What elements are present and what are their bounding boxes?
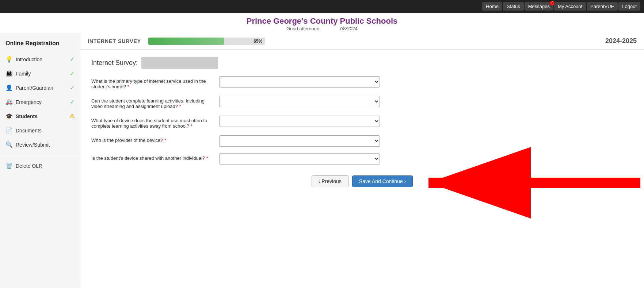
sidebar-item-introduction[interactable]: 💡 Introduction ✓ xyxy=(0,52,80,66)
family-icon: 👨‍👩‍👧 xyxy=(5,70,13,77)
logout-nav-link[interactable]: Logout xyxy=(618,2,640,11)
required-marker-3: * xyxy=(191,123,193,129)
progress-bar-container: 65% xyxy=(148,38,265,45)
question-row-5: Is the student's device shared with anot… xyxy=(91,153,633,165)
internet-service-select[interactable] xyxy=(219,76,380,88)
form-buttons: ‹ Previous Save And Continue › xyxy=(91,175,633,194)
family-check-icon: ✓ xyxy=(70,70,75,77)
sidebar-item-label-emergency: Emergency xyxy=(16,99,42,105)
question-label-4: Who is the provider of the device? * xyxy=(91,135,212,143)
question-field-1 xyxy=(219,76,380,88)
header-subtitle: Good afternoon, 7/8/2024 xyxy=(0,26,644,31)
student-name-box xyxy=(141,57,218,69)
question-label-1: What is the primary type of internet ser… xyxy=(91,76,212,89)
question-field-3 xyxy=(219,116,380,127)
survey-title: INTERNET SURVEY xyxy=(88,38,141,44)
device-type-select[interactable] xyxy=(219,116,380,127)
required-marker-4: * xyxy=(164,138,166,143)
delete-icon: 🗑️ xyxy=(5,162,13,169)
learning-activities-select[interactable] xyxy=(219,96,380,107)
sidebar-item-students[interactable]: 🎓 Students ⚠ xyxy=(0,109,80,123)
question-row-2: Can the student complete learning activi… xyxy=(91,96,633,109)
sidebar-item-label-review-submit: Review/Submit xyxy=(16,142,50,148)
sidebar-item-family[interactable]: 👨‍👩‍👧 Family ✓ xyxy=(0,66,80,81)
question-field-5 xyxy=(219,153,380,165)
page-header: Prince George's County Public Schools Go… xyxy=(0,13,644,33)
top-navigation: Home Status Messages 0 My Account Parent… xyxy=(0,0,644,13)
section-title-text: Internet Survey: xyxy=(91,59,138,67)
review-submit-icon: 🔍 xyxy=(5,141,13,148)
save-and-continue-button[interactable]: Save And Continue › xyxy=(352,175,413,187)
sidebar-item-emergency[interactable]: 🚑 Emergency ✓ xyxy=(0,95,80,109)
sidebar-item-label-parent-guardian: Parent/Guardian xyxy=(16,85,53,91)
question-field-2 xyxy=(219,96,380,107)
main-content: INTERNET SURVEY 65% 2024-2025 Internet S… xyxy=(80,33,644,288)
progress-label: 65% xyxy=(254,39,262,44)
required-marker-1: * xyxy=(127,84,129,89)
arrow-annotation xyxy=(385,172,640,202)
documents-icon: 📄 xyxy=(5,127,13,134)
device-shared-select[interactable] xyxy=(219,153,380,165)
sidebar-item-documents[interactable]: 📄 Documents xyxy=(0,123,80,138)
device-provider-select[interactable] xyxy=(219,135,380,147)
survey-header: INTERNET SURVEY 65% 2024-2025 xyxy=(80,33,644,50)
sidebar: Online Registration 💡 Introduction ✓ 👨‍👩… xyxy=(0,33,80,288)
progress-bar-fill xyxy=(148,38,224,45)
status-nav-link[interactable]: Status xyxy=(503,2,524,11)
parentvue-nav-link[interactable]: ParentVUE xyxy=(587,2,618,11)
question-label-3: What type of device does the student use… xyxy=(91,116,212,129)
home-nav-link[interactable]: Home xyxy=(482,2,502,11)
students-warn-icon: ⚠ xyxy=(69,113,75,120)
sidebar-divider xyxy=(0,155,80,155)
introduction-check-icon: ✓ xyxy=(70,56,75,63)
header-date: 7/8/2024 xyxy=(339,26,358,31)
main-layout: Online Registration 💡 Introduction ✓ 👨‍👩… xyxy=(0,33,644,288)
question-label-5: Is the student's device shared with anot… xyxy=(91,153,212,161)
previous-button[interactable]: ‹ Previous xyxy=(312,175,348,187)
question-row-1: What is the primary type of internet ser… xyxy=(91,76,633,89)
question-label-2: Can the student complete learning activi… xyxy=(91,96,212,109)
my-account-nav-link[interactable]: My Account xyxy=(554,2,586,11)
introduction-icon: 💡 xyxy=(5,56,13,63)
year-label: 2024-2025 xyxy=(605,37,637,45)
parent-guardian-icon: 👤 xyxy=(5,84,13,91)
required-marker-2: * xyxy=(179,104,181,109)
sidebar-title: Online Registration xyxy=(0,36,80,52)
greeting-text: Good afternoon, xyxy=(286,26,321,31)
sidebar-delete-olr[interactable]: 🗑️ Delete OLR xyxy=(0,159,80,173)
students-icon: 🎓 xyxy=(5,113,13,120)
required-marker-5: * xyxy=(206,155,208,161)
emergency-icon: 🚑 xyxy=(5,98,13,105)
parent-guardian-check-icon: ✓ xyxy=(70,84,75,91)
messages-nav-link[interactable]: Messages 0 xyxy=(525,2,553,11)
question-row-4: Who is the provider of the device? * xyxy=(91,135,633,147)
sidebar-item-label-family: Family xyxy=(16,71,31,77)
form-content: Internet Survey: What is the primary typ… xyxy=(80,50,644,202)
sidebar-item-label-documents: Documents xyxy=(16,128,42,134)
form-section-title: Internet Survey: xyxy=(91,57,633,69)
sidebar-item-review-submit[interactable]: 🔍 Review/Submit xyxy=(0,138,80,152)
sidebar-item-parent-guardian[interactable]: 👤 Parent/Guardian ✓ xyxy=(0,81,80,95)
sidebar-item-label-introduction: Introduction xyxy=(16,57,42,62)
question-row-3: What type of device does the student use… xyxy=(91,116,633,129)
question-field-4 xyxy=(219,135,380,147)
emergency-check-icon: ✓ xyxy=(70,98,75,105)
school-name: Prince George's County Public Schools xyxy=(0,16,644,26)
sidebar-delete-label: Delete OLR xyxy=(16,163,42,169)
sidebar-item-label-students: Students xyxy=(16,113,38,119)
